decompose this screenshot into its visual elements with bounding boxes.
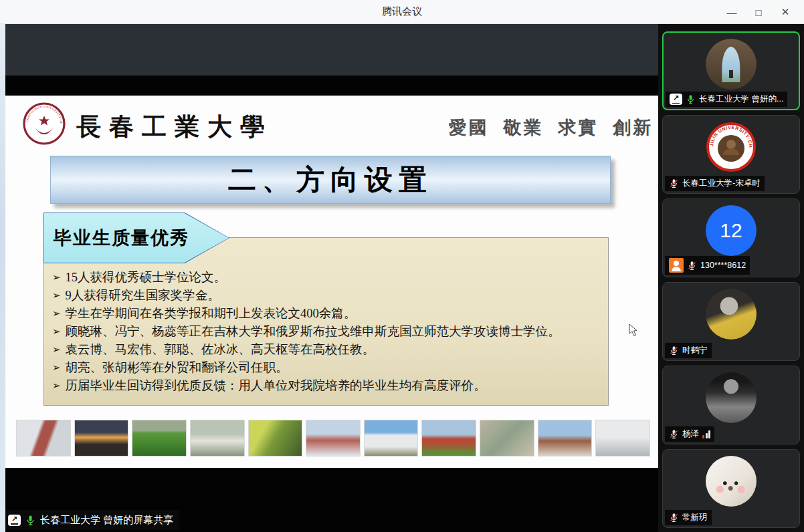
participants-sidebar: ↗ 长春工业大学 曾妍的... (658, 24, 804, 532)
phone-user-icon (669, 258, 684, 273)
participant-name: 长春工业大学 曾妍的... (699, 94, 783, 105)
campus-photo-thumbnail (248, 420, 303, 456)
bullet-text: 9人获得研究生国家奖学金。 (66, 287, 220, 305)
participant-tile[interactable]: JILIN UNIVERSITY·CHINA (662, 115, 800, 194)
mic-on-icon (25, 515, 36, 526)
window-titlebar: 腾讯会议 — □ ✕ (0, 0, 804, 24)
window-title: 腾讯会议 (382, 5, 422, 18)
arrow-bullet-icon: ➢ (52, 287, 61, 305)
participant-name: 长春工业大学-宋卓时 (682, 178, 761, 189)
close-button[interactable]: ✕ (772, 0, 799, 24)
campus-photo-thumbnail (16, 420, 71, 456)
bullet-text: 胡亮、张胡彬等在外贸和翻译公司任职。 (66, 359, 288, 377)
campus-photo-thumbnail (595, 420, 650, 456)
mic-muted-icon (687, 261, 697, 271)
presentation-slide: CHANGCHUN UNIVERSITY OF TECHNOLOGY 長春工業大… (5, 96, 658, 468)
arrow-bullet-icon: ➢ (52, 377, 61, 395)
participant-name: 时鹤宁 (682, 345, 708, 356)
participant-tile[interactable]: 常新玥 (662, 449, 800, 528)
screen-share-status-text: 长春工业大学 曾妍的屏幕共享 (40, 514, 173, 527)
bullet-item: ➢9人获得研究生国家奖学金。 (52, 287, 603, 305)
screen-share-icon: ↗ (670, 94, 682, 105)
desktop-edge-strip (0, 24, 5, 532)
bullet-item: ➢顾晓琳、冯宁、杨蕊等正在吉林大学和俄罗斯布拉戈维申斯克国立师范大学攻读博士学位… (52, 323, 603, 341)
campus-photo-thumbnail (364, 420, 419, 456)
avatar (706, 289, 757, 340)
mic-muted-icon (669, 178, 679, 188)
bullet-item: ➢历届毕业生回访得到优质反馈：用人单位对我院培养的毕业生均有高度评价。 (52, 377, 603, 395)
participant-label: 130****8612 (665, 256, 750, 275)
campus-photo-thumbnail (480, 420, 534, 456)
participant-name: 130****8612 (700, 261, 746, 270)
participant-tile[interactable]: 12 130****8612 (662, 198, 800, 277)
network-signal-icon (702, 430, 710, 438)
bullet-text: 15人获得优秀硕士学位论文。 (66, 269, 227, 287)
university-motto: 愛國 敬業 求實 創新 (449, 116, 653, 140)
participant-label: 常新玥 (665, 510, 712, 525)
avatar: 12 (706, 205, 757, 256)
arrow-bullet-icon: ➢ (52, 269, 61, 287)
bullet-text: 顾晓琳、冯宁、杨蕊等正在吉林大学和俄罗斯布拉戈维申斯克国立师范大学攻读博士学位。 (66, 323, 561, 341)
participant-label: ↗ 长春工业大学 曾妍的... (666, 92, 787, 107)
participant-label: 长春工业大学-宋卓时 (665, 176, 765, 191)
bullet-item: ➢袁云博、马宏伟、郭聪、佐冰冰、高天枢等在高校任教。 (52, 341, 603, 359)
participant-name: 常新玥 (682, 512, 708, 523)
avatar (706, 372, 757, 423)
participant-tile-presenter[interactable]: ↗ 长春工业大学 曾妍的... (662, 31, 800, 110)
participant-name: 杨泽 (682, 428, 699, 440)
minimize-button[interactable]: — (718, 0, 745, 24)
mouse-cursor (629, 323, 638, 337)
window-controls: — □ ✕ (718, 0, 799, 24)
participant-tile[interactable]: 杨泽 (662, 366, 800, 444)
participant-label: 杨泽 (665, 426, 714, 442)
mic-on-icon (686, 94, 696, 104)
callout-label: 毕业生质量优秀 (44, 226, 189, 250)
campus-photo-thumbnail (74, 420, 129, 456)
university-logo-icon: CHANGCHUN UNIVERSITY OF TECHNOLOGY (23, 102, 66, 145)
avatar (706, 39, 757, 90)
mic-muted-icon (669, 346, 679, 356)
arrow-bullet-icon: ➢ (52, 323, 61, 341)
university-badge-icon: JILIN UNIVERSITY·CHINA (706, 122, 757, 172)
bullet-text: 历届毕业生回访得到优质反馈：用人单位对我院培养的毕业生均有高度评价。 (66, 377, 486, 395)
avatar: JILIN UNIVERSITY·CHINA (706, 122, 757, 172)
university-name-calligraphy: 長春工業大學 (76, 110, 273, 144)
campus-photo-strip (16, 420, 650, 456)
mic-muted-icon (669, 429, 679, 439)
tencent-meeting-window: 腾讯会议 — □ ✕ CHANGCHUN UNIVERSITY OF TECHN… (0, 0, 804, 532)
arrow-bullet-icon: ➢ (52, 359, 61, 377)
slide-title: 二、方向设置 (228, 161, 433, 198)
campus-photo-thumbnail (306, 420, 361, 456)
bullet-item: ➢学生在学期间在各类学报和期刊上发表论文400余篇。 (52, 305, 603, 323)
bullet-item: ➢胡亮、张胡彬等在外贸和翻译公司任职。 (52, 359, 603, 377)
bullet-item: ➢15人获得优秀硕士学位论文。 (52, 269, 603, 287)
slide-title-banner: 二、方向设置 (50, 156, 611, 204)
campus-photo-thumbnail (421, 420, 476, 456)
screen-share-icon: ↗ (8, 515, 21, 526)
bullet-text: 学生在学期间在各类学报和期刊上发表论文400余篇。 (66, 305, 357, 323)
maximize-button[interactable]: □ (745, 0, 772, 24)
share-top-band (5, 24, 658, 76)
arrow-bullet-icon: ➢ (52, 305, 61, 323)
meeting-main: CHANGCHUN UNIVERSITY OF TECHNOLOGY 長春工業大… (0, 24, 804, 532)
screen-share-status: ↗ 长春工业大学 曾妍的屏幕共享 (5, 510, 179, 530)
screen-share-view: CHANGCHUN UNIVERSITY OF TECHNOLOGY 長春工業大… (0, 24, 658, 532)
participant-tile[interactable]: 时鹤宁 (662, 282, 800, 361)
avatar-number: 12 (720, 219, 742, 242)
participant-label: 时鹤宁 (665, 343, 712, 358)
campus-photo-thumbnail (190, 420, 245, 456)
campus-photo-thumbnail (538, 420, 593, 456)
avatar (706, 456, 757, 507)
mic-muted-icon (669, 513, 679, 523)
campus-photo-thumbnail (132, 420, 187, 456)
bullet-text: 袁云博、马宏伟、郭聪、佐冰冰、高天枢等在高校任教。 (66, 341, 375, 359)
arrow-bullet-icon: ➢ (52, 341, 61, 359)
